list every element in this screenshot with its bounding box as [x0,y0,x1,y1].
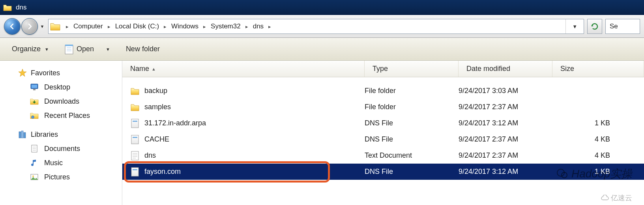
sidebar-item-downloads[interactable]: Downloads [0,97,122,106]
chevron-down-icon: ▼ [45,47,49,52]
crumb-system32[interactable]: System32 [210,22,242,30]
svg-point-16 [31,164,34,166]
svg-rect-6 [32,85,37,88]
address-folder-icon [50,22,60,31]
svg-rect-11 [24,132,26,138]
crumb-disk-c[interactable]: Local Disk (C:) [114,22,160,30]
back-button[interactable] [4,18,21,35]
new-folder-button[interactable]: New folder [121,43,165,55]
svg-rect-21 [131,135,139,144]
recent-places-icon [30,111,39,120]
organize-button[interactable]: Organize▼ [7,43,54,55]
column-header-date[interactable]: Date modified [459,61,552,77]
file-name: dns [144,151,156,160]
sidebar-item-music[interactable]: Music [0,158,122,167]
crumb-separator[interactable]: ▸ [242,24,252,30]
favorites-label: Favorites [31,69,60,77]
libraries-label: Libraries [31,130,58,139]
svg-rect-22 [133,137,137,138]
column-header-name[interactable]: Name▲ [122,61,365,77]
crumb-separator[interactable]: ▸ [160,24,170,30]
nav-bar: ▼ ▸ Computer ▸ Local Disk (C:) ▸ Windows… [0,15,644,38]
toolbar: Organize▼ Open ▼ New folder [0,38,644,61]
pictures-icon [30,173,39,181]
favorites-section: Favorites Desktop Downloads Recent Place… [0,69,122,120]
file-row-arpa[interactable]: 31.172.in-addr.arpa DNS File 9/24/2017 3… [122,115,644,131]
forward-button[interactable] [21,18,38,35]
file-rows: backup File folder 9/24/2017 3:03 AM sam… [122,77,644,180]
file-date: 9/24/2017 2:37 AM [459,135,552,144]
file-row-backup[interactable]: backup File folder 9/24/2017 3:03 AM [122,83,644,99]
documents-icon [30,144,39,153]
svg-rect-1 [65,45,73,46]
file-list: Name▲ Type Date modified Size backup Fil… [122,61,644,205]
search-input[interactable]: Se [605,19,640,34]
file-date: 9/24/2017 2:37 AM [459,103,552,111]
svg-rect-23 [131,151,139,160]
libraries-section: Libraries Documents Music Pictures [0,130,122,181]
sidebar-item-label: Pictures [44,173,70,181]
sidebar-item-label: Music [44,159,63,167]
desktop-icon [30,83,39,91]
file-name: CACHE [144,135,169,144]
crumb-computer[interactable]: Computer [73,22,104,30]
open-button[interactable]: Open ▼ [60,43,115,56]
file-date: 9/24/2017 3:12 AM [459,119,552,127]
address-dropdown[interactable]: ▼ [565,19,584,34]
svg-rect-7 [33,89,36,90]
file-name: backup [144,87,167,95]
file-date: 9/24/2017 3:12 AM [459,168,552,176]
svg-point-8 [32,116,34,119]
title-bar: dns [0,0,644,15]
refresh-button[interactable] [587,19,602,34]
file-size: 4 KB [552,135,644,144]
crumb-separator[interactable]: ▸ [104,24,114,30]
crumb-separator[interactable]: ▸ [199,24,210,30]
sidebar-item-recent-places[interactable]: Recent Places [0,111,122,120]
libraries-icon [18,130,27,139]
file-size: 4 KB [552,151,644,160]
file-type: DNS File [365,168,459,176]
column-header-type[interactable]: Type [365,61,459,77]
file-row-dns-txt[interactable]: dns Text Document 9/24/2017 2:37 AM 4 KB [122,147,644,164]
libraries-header[interactable]: Libraries [0,130,122,139]
crumb-separator[interactable]: ▸ [264,24,275,30]
chevron-down-icon: ▼ [106,47,110,52]
music-icon [30,158,39,167]
file-type: DNS File [365,119,459,127]
address-bar[interactable]: ▸ Computer ▸ Local Disk (C:) ▸ Windows ▸… [48,19,584,34]
file-row-samples[interactable]: samples File folder 9/24/2017 2:37 AM [122,99,644,115]
sidebar-item-label: Downloads [44,97,79,106]
downloads-icon [30,97,39,106]
svg-point-18 [32,175,34,177]
dns-file-icon [130,118,140,129]
window-folder-icon [3,4,12,11]
sidebar-item-label: Desktop [44,83,70,91]
crumb-separator[interactable]: ▸ [62,24,73,30]
file-name: samples [144,103,171,111]
crumb-windows[interactable]: Windows [170,22,199,30]
file-row-fayson-com[interactable]: fayson.com DNS File 9/24/2017 3:12 AM 1 … [122,164,644,180]
search-placeholder: Se [610,22,618,30]
sidebar: Favorites Desktop Downloads Recent Place… [0,61,122,205]
sidebar-item-documents[interactable]: Documents [0,144,122,153]
svg-rect-10 [21,131,23,138]
sidebar-item-pictures[interactable]: Pictures [0,173,122,181]
sort-ascending-icon: ▲ [152,67,156,71]
nav-history-dropdown[interactable]: ▼ [39,18,46,35]
svg-rect-19 [131,119,139,128]
file-row-cache[interactable]: CACHE DNS File 9/24/2017 2:37 AM 4 KB [122,131,644,147]
sidebar-item-desktop[interactable]: Desktop [0,83,122,91]
body: Favorites Desktop Downloads Recent Place… [0,61,644,205]
file-type: Text Document [365,151,459,160]
svg-rect-29 [133,169,137,170]
sidebar-item-label: Recent Places [44,112,90,120]
file-size: 1 KB [552,119,644,127]
folder-icon [130,102,140,112]
column-header-size[interactable]: Size [552,61,644,77]
file-size: 1 KB [552,168,644,176]
crumb-dns[interactable]: dns [252,22,264,30]
text-file-icon [130,151,140,161]
file-type: File folder [365,103,459,111]
favorites-header[interactable]: Favorites [0,69,122,77]
